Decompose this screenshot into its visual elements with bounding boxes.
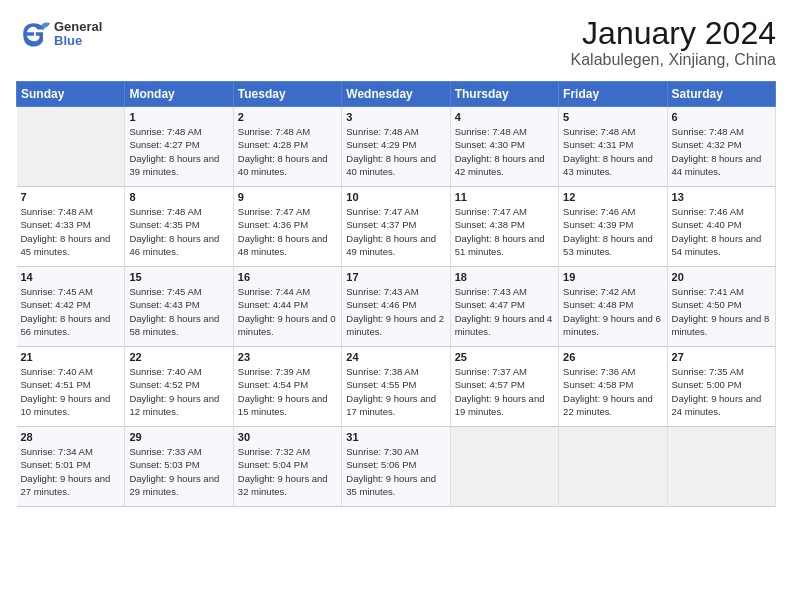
location-title: Kalabulegen, Xinjiang, China [571,51,776,69]
calendar-header: SundayMondayTuesdayWednesdayThursdayFrid… [17,82,776,107]
calendar-cell: 6 Sunrise: 7:48 AMSunset: 4:32 PMDayligh… [667,107,775,187]
day-number: 10 [346,191,445,203]
calendar-cell: 21 Sunrise: 7:40 AMSunset: 4:51 PMDaylig… [17,347,125,427]
calendar-cell: 9 Sunrise: 7:47 AMSunset: 4:36 PMDayligh… [233,187,341,267]
weekday-header-sunday: Sunday [17,82,125,107]
logo-blue: Blue [54,34,102,48]
calendar-cell: 22 Sunrise: 7:40 AMSunset: 4:52 PMDaylig… [125,347,233,427]
calendar-cell: 23 Sunrise: 7:39 AMSunset: 4:54 PMDaylig… [233,347,341,427]
weekday-row: SundayMondayTuesdayWednesdayThursdayFrid… [17,82,776,107]
weekday-header-tuesday: Tuesday [233,82,341,107]
day-info: Sunrise: 7:30 AMSunset: 5:06 PMDaylight:… [346,446,436,497]
day-number: 26 [563,351,662,363]
calendar-cell: 28 Sunrise: 7:34 AMSunset: 5:01 PMDaylig… [17,427,125,507]
weekday-header-friday: Friday [559,82,667,107]
calendar-body: 1 Sunrise: 7:48 AMSunset: 4:27 PMDayligh… [17,107,776,507]
day-info: Sunrise: 7:40 AMSunset: 4:52 PMDaylight:… [129,366,219,417]
day-info: Sunrise: 7:48 AMSunset: 4:31 PMDaylight:… [563,126,653,177]
calendar-cell: 25 Sunrise: 7:37 AMSunset: 4:57 PMDaylig… [450,347,558,427]
calendar-cell: 11 Sunrise: 7:47 AMSunset: 4:38 PMDaylig… [450,187,558,267]
day-number: 6 [672,111,771,123]
day-number: 30 [238,431,337,443]
calendar-cell: 16 Sunrise: 7:44 AMSunset: 4:44 PMDaylig… [233,267,341,347]
day-info: Sunrise: 7:46 AMSunset: 4:39 PMDaylight:… [563,206,653,257]
week-row-5: 28 Sunrise: 7:34 AMSunset: 5:01 PMDaylig… [17,427,776,507]
calendar-cell: 27 Sunrise: 7:35 AMSunset: 5:00 PMDaylig… [667,347,775,427]
day-number: 14 [21,271,121,283]
day-info: Sunrise: 7:48 AMSunset: 4:30 PMDaylight:… [455,126,545,177]
day-info: Sunrise: 7:48 AMSunset: 4:35 PMDaylight:… [129,206,219,257]
day-number: 21 [21,351,121,363]
day-number: 31 [346,431,445,443]
week-row-2: 7 Sunrise: 7:48 AMSunset: 4:33 PMDayligh… [17,187,776,267]
calendar-cell: 26 Sunrise: 7:36 AMSunset: 4:58 PMDaylig… [559,347,667,427]
day-info: Sunrise: 7:44 AMSunset: 4:44 PMDaylight:… [238,286,336,337]
weekday-header-thursday: Thursday [450,82,558,107]
calendar-cell: 29 Sunrise: 7:33 AMSunset: 5:03 PMDaylig… [125,427,233,507]
day-info: Sunrise: 7:43 AMSunset: 4:46 PMDaylight:… [346,286,444,337]
day-number: 27 [672,351,771,363]
day-info: Sunrise: 7:40 AMSunset: 4:51 PMDaylight:… [21,366,111,417]
day-info: Sunrise: 7:47 AMSunset: 4:36 PMDaylight:… [238,206,328,257]
day-info: Sunrise: 7:47 AMSunset: 4:38 PMDaylight:… [455,206,545,257]
calendar-cell: 12 Sunrise: 7:46 AMSunset: 4:39 PMDaylig… [559,187,667,267]
day-number: 13 [672,191,771,203]
logo-general: General [54,20,102,34]
logo: General Blue [16,16,102,52]
day-info: Sunrise: 7:48 AMSunset: 4:29 PMDaylight:… [346,126,436,177]
day-number: 1 [129,111,228,123]
calendar-cell [17,107,125,187]
day-info: Sunrise: 7:48 AMSunset: 4:33 PMDaylight:… [21,206,111,257]
day-info: Sunrise: 7:47 AMSunset: 4:37 PMDaylight:… [346,206,436,257]
weekday-header-saturday: Saturday [667,82,775,107]
calendar-cell: 10 Sunrise: 7:47 AMSunset: 4:37 PMDaylig… [342,187,450,267]
day-info: Sunrise: 7:34 AMSunset: 5:01 PMDaylight:… [21,446,111,497]
title-block: January 2024 Kalabulegen, Xinjiang, Chin… [571,16,776,69]
day-info: Sunrise: 7:48 AMSunset: 4:32 PMDaylight:… [672,126,762,177]
month-title: January 2024 [571,16,776,51]
page-container: General Blue January 2024 Kalabulegen, X… [0,0,792,515]
weekday-header-monday: Monday [125,82,233,107]
calendar-cell: 14 Sunrise: 7:45 AMSunset: 4:42 PMDaylig… [17,267,125,347]
day-number: 29 [129,431,228,443]
logo-text-block: General Blue [54,20,102,49]
day-number: 28 [21,431,121,443]
calendar-cell [559,427,667,507]
day-number: 8 [129,191,228,203]
calendar-cell: 8 Sunrise: 7:48 AMSunset: 4:35 PMDayligh… [125,187,233,267]
day-number: 2 [238,111,337,123]
day-info: Sunrise: 7:46 AMSunset: 4:40 PMDaylight:… [672,206,762,257]
calendar-table: SundayMondayTuesdayWednesdayThursdayFrid… [16,81,776,507]
day-info: Sunrise: 7:32 AMSunset: 5:04 PMDaylight:… [238,446,328,497]
weekday-header-wednesday: Wednesday [342,82,450,107]
day-number: 22 [129,351,228,363]
day-info: Sunrise: 7:35 AMSunset: 5:00 PMDaylight:… [672,366,762,417]
day-number: 4 [455,111,554,123]
week-row-3: 14 Sunrise: 7:45 AMSunset: 4:42 PMDaylig… [17,267,776,347]
calendar-cell: 5 Sunrise: 7:48 AMSunset: 4:31 PMDayligh… [559,107,667,187]
calendar-cell: 15 Sunrise: 7:45 AMSunset: 4:43 PMDaylig… [125,267,233,347]
day-number: 11 [455,191,554,203]
calendar-cell: 30 Sunrise: 7:32 AMSunset: 5:04 PMDaylig… [233,427,341,507]
day-info: Sunrise: 7:42 AMSunset: 4:48 PMDaylight:… [563,286,661,337]
day-number: 23 [238,351,337,363]
calendar-cell [450,427,558,507]
day-info: Sunrise: 7:37 AMSunset: 4:57 PMDaylight:… [455,366,545,417]
calendar-cell [667,427,775,507]
day-number: 15 [129,271,228,283]
calendar-cell: 20 Sunrise: 7:41 AMSunset: 4:50 PMDaylig… [667,267,775,347]
day-info: Sunrise: 7:45 AMSunset: 4:43 PMDaylight:… [129,286,219,337]
day-info: Sunrise: 7:48 AMSunset: 4:28 PMDaylight:… [238,126,328,177]
day-number: 18 [455,271,554,283]
day-number: 16 [238,271,337,283]
day-info: Sunrise: 7:36 AMSunset: 4:58 PMDaylight:… [563,366,653,417]
day-number: 7 [21,191,121,203]
day-number: 3 [346,111,445,123]
calendar-cell: 1 Sunrise: 7:48 AMSunset: 4:27 PMDayligh… [125,107,233,187]
day-number: 20 [672,271,771,283]
day-info: Sunrise: 7:48 AMSunset: 4:27 PMDaylight:… [129,126,219,177]
calendar-cell: 13 Sunrise: 7:46 AMSunset: 4:40 PMDaylig… [667,187,775,267]
calendar-cell: 7 Sunrise: 7:48 AMSunset: 4:33 PMDayligh… [17,187,125,267]
day-number: 17 [346,271,445,283]
day-number: 12 [563,191,662,203]
